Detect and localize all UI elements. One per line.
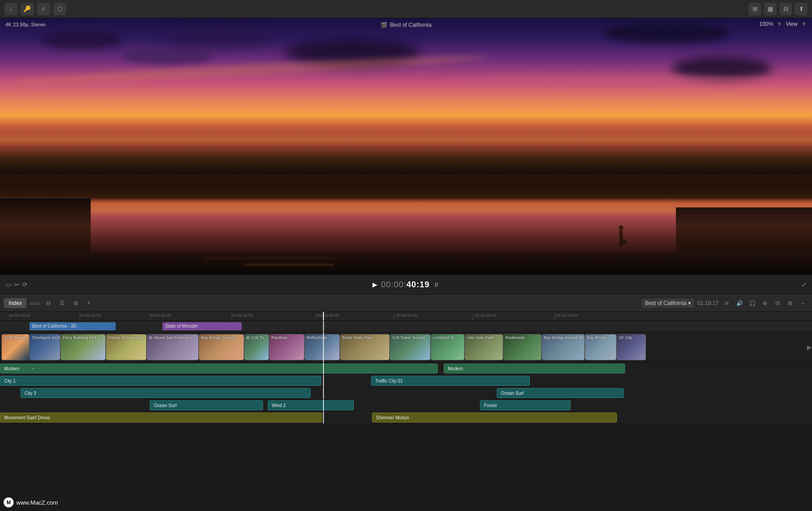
clip-icon[interactable]: ▭ (5, 281, 11, 288)
clip-ferry-building[interactable]: Ferry Building Part 2 (60, 334, 106, 360)
grid-4-button[interactable]: ⊞ (748, 3, 761, 15)
clip-sf-city[interactable]: SF City... (616, 334, 646, 360)
ruler-mark-40: | 00:00:40:00 (315, 313, 339, 318)
clip-reflections[interactable]: Reflections (304, 334, 340, 360)
clip-view-button[interactable]: ☰ (57, 298, 68, 309)
inspector-button[interactable]: ⊟ (779, 3, 792, 15)
clip-colt-tower[interactable]: ⊞ Colt To... (244, 334, 269, 360)
grid-2-button[interactable]: ▦ (764, 3, 777, 15)
audio-clip-label: Shimmer Motion (376, 415, 409, 420)
playback-left-controls: ▭ ✂ ⟳ (5, 281, 28, 288)
clip-height-button[interactable]: ⊟ (43, 298, 54, 309)
clip-label: Bay Bridge Sunset (201, 335, 235, 340)
compound-clip-wonder[interactable]: State of Wonder (162, 322, 242, 330)
analyze-button[interactable]: ✓ (37, 3, 50, 15)
clip-palace[interactable]: Palace of Fine Arts (106, 334, 147, 360)
clip-bay-bridge-sf[interactable]: Bay Bridge toward SF (542, 334, 585, 360)
keyword-button[interactable]: 🔑 (21, 3, 34, 15)
audio-clip-ocean-surf-2[interactable]: Ocean Surf (150, 400, 263, 410)
clip-above-sf[interactable]: ⊞ Above San Francisco (147, 334, 199, 360)
compound-clip-label: Best of California - 3D (32, 324, 77, 329)
watermark-logo: M (4, 497, 14, 507)
audio-clip-traffic-city[interactable]: Traffic City 01 (371, 376, 530, 386)
clip-zoom-button[interactable]: ⊞ (70, 298, 81, 309)
export-button[interactable]: ⬡ (54, 3, 66, 15)
audio-clip-label: Forest (484, 403, 497, 408)
audio-clip-forest[interactable]: Forest (480, 400, 571, 410)
roles-button[interactable]: ⊟ (772, 298, 783, 309)
audio-clip-shimmer[interactable]: Shimmer Motion (372, 413, 617, 423)
share-button[interactable]: ⬆ (795, 3, 807, 15)
pause-indicator: ⏸ (433, 281, 440, 288)
clip-label: Lombard St. (433, 335, 455, 340)
audio-clip-label: City 3 (24, 391, 36, 396)
audio-clip-modern-1[interactable]: Modern · · · ● · · · (0, 364, 438, 373)
index-button[interactable]: Index (4, 298, 27, 308)
clip-redwoods[interactable]: Redwoods (503, 334, 542, 360)
audio-clip-label: Wind 2 (272, 403, 286, 408)
clip-rainbow[interactable]: Rainbow (269, 334, 304, 360)
clip-timelapse-ggb[interactable]: Timelapse GGB (29, 334, 60, 360)
clip-label: Redwoods (505, 335, 525, 340)
clip-connections-button[interactable]: ⊞ (785, 298, 796, 309)
audio-movement-playhead (323, 412, 324, 423)
waveform-button[interactable]: ≋ (721, 298, 732, 309)
audio-clip-wind[interactable]: Wind 2 (268, 400, 354, 410)
clip-bodie[interactable]: Bodie State Park (340, 334, 390, 360)
audio-clip-label: Movement Swirl Drone (4, 415, 50, 420)
audio-city3-playhead (323, 387, 324, 399)
audio-clip-label: Modern (4, 366, 20, 371)
timeline-right-icons: ≋ 🔊 🎧 ⊕ ⊟ ⊞ ↔ (721, 298, 808, 309)
viewer-view-button[interactable]: View (786, 21, 797, 27)
audio-clip-city1[interactable]: City 1 (0, 376, 321, 386)
audio-button[interactable]: 🔊 (734, 298, 745, 309)
clip-ggb-sunset[interactable]: GGB Sunset (1, 334, 29, 360)
chevron-down-icon: ▾ (688, 300, 691, 306)
watermark-text: www.MacZ.com (16, 499, 58, 506)
viewer-resolution: 4K 23.98p, Stereo (5, 22, 46, 27)
clip-label: Bodie State Park (342, 335, 373, 340)
select-tool[interactable]: ↖ (84, 298, 95, 309)
clip-label: Reflections (307, 335, 327, 340)
audio-clip-ocean-surf-1[interactable]: Ocean Surf (497, 388, 624, 398)
ruler-mark-20: 00:00:20:00 (150, 313, 171, 318)
playback-right-controls: ⤢ (801, 281, 807, 288)
watermark: M www.MacZ.com (4, 497, 58, 507)
headphone-button[interactable]: 🎧 (747, 298, 758, 309)
clip-lombard[interactable]: Lombard St. (430, 334, 465, 360)
expand-button[interactable]: ↔ (797, 298, 808, 309)
timeline-ruler: 00:00:00:00 00:00:10:00 00:00:20:00 00:0… (0, 312, 812, 321)
viewer-project-title: Best of California (390, 22, 431, 28)
video-preview (0, 18, 812, 275)
clip-colt-tower-sunset[interactable]: Colt Tower Sunset (390, 334, 430, 360)
clip-label: GGB Sunset (4, 335, 27, 340)
compound-clip-california[interactable]: Best of California - 3D (29, 322, 116, 330)
clip-appearance-button[interactable]: ▭▭ (29, 298, 40, 309)
import-button[interactable]: ↓ (5, 3, 17, 15)
scroll-right-arrow[interactable]: ▶ (807, 344, 812, 351)
audio-clip-modern-2[interactable]: Modern (444, 364, 625, 373)
project-name: Best of California (645, 300, 686, 306)
ruler-mark-70: | 00:01:10:00 (554, 313, 578, 318)
speed-icon[interactable]: ⟳ (22, 281, 28, 288)
audio-clip-movement-swirl[interactable]: Movement Swirl Drone (0, 413, 322, 423)
film-icon: 🎬 (381, 22, 387, 28)
clip-bay-bridge[interactable]: Bay Bridge (585, 334, 616, 360)
clip-label: Bay Bridge (587, 335, 607, 340)
audio-clip-label: Ocean Surf (154, 403, 177, 408)
viewer-info: 4K 23.98p, Stereo (5, 22, 46, 27)
audio-clip-label: Ocean Surf (501, 391, 524, 396)
timecode-value: 40:19 (406, 280, 430, 289)
clip-alta-vista[interactable]: Alta Vista Park (465, 334, 503, 360)
timecode-display: 00:00:40:19 (381, 280, 430, 290)
audio-clip-city3[interactable]: City 3 (20, 388, 311, 398)
viewer-top-controls: 100% ▼ View ▼ (759, 21, 807, 27)
play-button[interactable]: ▶ (372, 281, 377, 288)
blend-button[interactable]: ⊕ (759, 298, 770, 309)
viewer-zoom[interactable]: 100% (759, 21, 773, 27)
project-selector[interactable]: Best of California ▾ (641, 299, 695, 308)
ruler-mark-30: 00:00:30:00 (231, 313, 253, 318)
fullscreen-button[interactable]: ⤢ (801, 281, 807, 288)
clip-bay-bridge-sunset[interactable]: Bay Bridge Sunset (199, 334, 244, 360)
trim-icon[interactable]: ✂ (14, 281, 20, 288)
